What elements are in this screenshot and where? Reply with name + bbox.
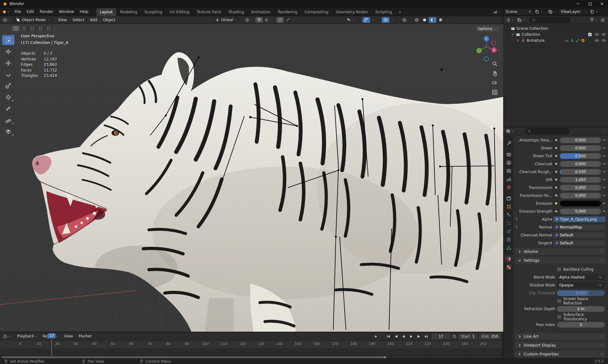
animate-dot[interactable] (602, 163, 605, 165)
toggle-eye[interactable] (595, 32, 599, 37)
properties-tab-scene[interactable] (504, 175, 513, 183)
view-layer-browse-button[interactable] (547, 9, 558, 15)
current-frame-pill[interactable]: 17 (48, 333, 56, 338)
gizmo-neg-y-axis[interactable] (491, 41, 496, 45)
viewport-menu-view[interactable]: View (55, 17, 70, 23)
xray-toggle[interactable] (400, 17, 408, 23)
tool-annotate[interactable] (2, 103, 15, 114)
show-gizmo-toggle[interactable] (362, 17, 370, 23)
property-value-field[interactable] (560, 201, 601, 206)
shading-rendered-button[interactable] (437, 17, 445, 23)
workspace-tab-sculpting[interactable]: Sculpting (141, 8, 166, 16)
show-overlays-toggle[interactable] (382, 17, 389, 23)
property-value-field[interactable]: 0.000 (560, 193, 601, 198)
section-custom-properties[interactable]: Custom Properties⠿ (515, 351, 605, 357)
add-workspace-button[interactable]: + (396, 9, 404, 16)
shading-solid-button[interactable] (421, 17, 428, 23)
property-value-field[interactable]: 0.000 (560, 185, 601, 191)
tool-cursor[interactable] (2, 46, 15, 57)
properties-tab-object[interactable] (504, 203, 513, 211)
properties-tab-constraints[interactable] (504, 235, 513, 244)
properties-tab-material[interactable] (504, 255, 513, 263)
animate-dot[interactable] (602, 171, 605, 173)
playhead[interactable] (51, 339, 52, 356)
outliner-item-collection[interactable]: Collection (503, 31, 608, 37)
timeline-menu-playback[interactable]: Playback (14, 333, 40, 340)
outliner-search-input[interactable] (529, 17, 570, 23)
pan-hand-icon[interactable] (492, 70, 498, 76)
snap-settings-dropdown[interactable] (263, 17, 274, 22)
animate-dot[interactable] (602, 203, 605, 204)
animate-dot[interactable] (602, 195, 605, 196)
field-pass-index[interactable]: 0 (557, 322, 605, 328)
workspace-tab-modeling[interactable]: Modeling (117, 8, 141, 16)
tool-move[interactable] (2, 58, 15, 68)
ortho-grid-icon[interactable] (492, 89, 498, 95)
end-frame-field[interactable]: End250 (479, 333, 501, 340)
gizmo-neg-z-axis[interactable] (484, 57, 489, 61)
workspace-tab-shading[interactable]: Shading (225, 8, 247, 16)
property-value-field[interactable]: 0.000 (560, 137, 601, 143)
menu-file[interactable]: File (12, 9, 24, 15)
properties-tab-render[interactable] (504, 150, 513, 159)
properties-tab-object-data[interactable] (504, 244, 513, 252)
transform-orientation-dropdown[interactable]: Global (213, 17, 240, 23)
properties-tab-output[interactable] (504, 159, 513, 167)
editor-type-button[interactable] (1, 17, 12, 23)
workspace-tab-geometry-nodes[interactable]: Geometry Nodes (332, 8, 371, 16)
checkbox-backface-culling[interactable] (557, 267, 561, 272)
properties-tab-modifiers[interactable] (504, 211, 513, 219)
workspace-tab-layout[interactable]: Layout (96, 8, 116, 16)
property-value-field[interactable]: Default (554, 240, 605, 246)
section-settings[interactable]: Settings⠿ (515, 257, 605, 264)
decorator-button[interactable] (554, 138, 559, 143)
app-menu-button[interactable] (0, 9, 12, 14)
properties-options-dropdown[interactable] (601, 129, 607, 133)
viewport-menu-select[interactable]: Select (70, 17, 87, 23)
outliner-item-scene-collection[interactable]: Scene Collection (503, 25, 608, 31)
viewport-menu-add[interactable]: Add (87, 17, 100, 23)
play-button[interactable] (408, 333, 415, 340)
decorator-button[interactable] (554, 146, 559, 151)
properties-tab-physics[interactable] (504, 227, 513, 235)
camera-view-icon[interactable] (492, 80, 498, 86)
menu-render[interactable]: Render (37, 9, 56, 15)
properties-tab-texture[interactable] (504, 263, 513, 271)
decorator-button[interactable] (554, 185, 559, 190)
new-scene-icon[interactable] (535, 9, 539, 14)
auto-keying-toggle[interactable] (372, 334, 383, 339)
properties-tab-particles[interactable] (504, 219, 513, 227)
dropdown-shadow-mode[interactable]: Opaque (557, 282, 605, 288)
overlays-dropdown[interactable] (390, 18, 396, 22)
drag-grip-icon[interactable]: ⠿ (601, 335, 603, 338)
pin-icon[interactable] (528, 10, 532, 14)
outliner-filter-button[interactable] (588, 17, 599, 23)
properties-tab-collection[interactable] (504, 194, 513, 203)
toggle-camera[interactable] (602, 38, 606, 43)
viewport-canvas[interactable]: User Perspective (17) Collection | Tiger… (0, 24, 503, 332)
timeline-menu-view[interactable]: View (61, 333, 76, 340)
select-mode-invert[interactable] (37, 26, 44, 31)
animate-dot[interactable] (602, 139, 605, 141)
checkbox-subsurface-translucency[interactable] (557, 315, 561, 319)
animate-dot[interactable] (602, 179, 605, 180)
animate-dot[interactable] (602, 147, 605, 149)
tool-select-box[interactable] (2, 35, 15, 45)
workspace-tab-animation[interactable]: Animation (248, 8, 274, 16)
scene-name-field[interactable]: Scene (503, 9, 534, 15)
pivot-point-dropdown[interactable] (243, 17, 255, 23)
snap-toggle[interactable] (255, 17, 263, 23)
properties-tab-world[interactable] (504, 183, 513, 191)
prevkey-button[interactable] (393, 333, 400, 340)
toggle-checkbox[interactable] (588, 32, 592, 37)
tool-add-cube[interactable] (2, 126, 15, 136)
decorator-button[interactable] (554, 193, 559, 198)
use-preview-range-icon[interactable] (452, 334, 457, 339)
timeline-ruler[interactable]: 0102030405060708090100110120130140150160… (0, 341, 502, 348)
gizmo-dropdown[interactable] (371, 18, 377, 22)
property-value-field[interactable]: 1.450 (560, 177, 601, 183)
shading-wireframe-button[interactable] (413, 17, 420, 23)
first-button[interactable] (385, 333, 392, 340)
select-mode-subtract[interactable] (29, 26, 36, 31)
drag-grip-icon[interactable]: ⠿ (601, 250, 603, 253)
